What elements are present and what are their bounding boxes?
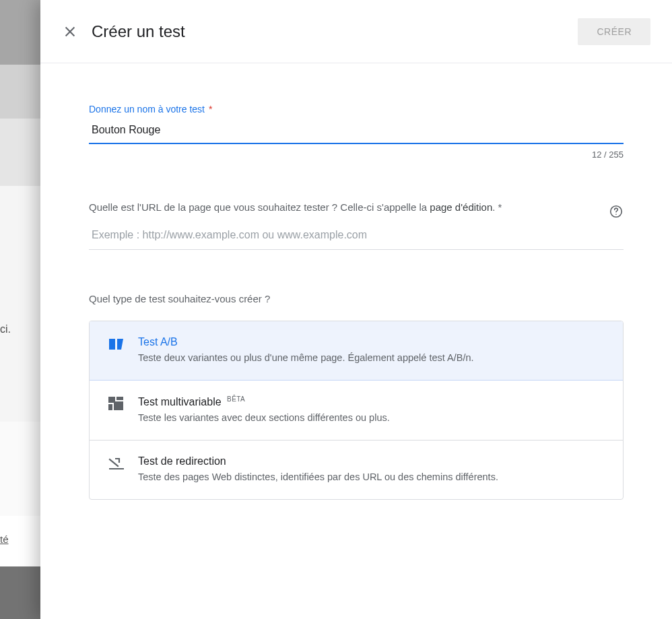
test-type-title: Test A/B bbox=[138, 336, 178, 348]
svg-point-3 bbox=[615, 214, 617, 215]
url-label-before: Quelle est l'URL de la page que vous sou… bbox=[89, 201, 430, 213]
test-type-label: Quel type de test souhaitez-vous créer ? bbox=[89, 293, 624, 304]
ab-test-icon bbox=[108, 336, 138, 351]
panel-title: Créer un test bbox=[92, 22, 578, 41]
test-type-desc: Teste deux variantes ou plus d'une même … bbox=[138, 351, 607, 365]
svg-rect-9 bbox=[114, 401, 123, 410]
url-label-strong: page d'édition bbox=[430, 201, 492, 213]
panel-body: Donnez un nom à votre test * 12 / 255 Qu… bbox=[40, 63, 672, 619]
required-mark: * bbox=[209, 104, 212, 115]
test-type-desc: Teste des pages Web distinctes, identifi… bbox=[138, 470, 607, 484]
create-button[interactable]: CRÉER bbox=[578, 18, 650, 45]
test-type-title: Test multivariable bbox=[138, 396, 222, 408]
svg-rect-4 bbox=[109, 339, 115, 350]
close-icon bbox=[63, 24, 77, 39]
panel-header: Créer un test CRÉER bbox=[40, 0, 672, 63]
test-type-option-ab[interactable]: Test A/B Teste deux variantes ou plus d'… bbox=[89, 321, 624, 381]
test-type-title: Test de redirection bbox=[138, 455, 226, 467]
help-icon[interactable] bbox=[609, 204, 624, 219]
char-count: 12 / 255 bbox=[89, 150, 624, 160]
svg-rect-8 bbox=[108, 404, 112, 410]
test-type-list: Test A/B Teste deux variantes ou plus d'… bbox=[89, 321, 624, 500]
svg-marker-5 bbox=[117, 339, 123, 350]
test-type-option-redirect[interactable]: Test de redirection Teste des pages Web … bbox=[90, 440, 623, 499]
beta-badge: BÊTA bbox=[227, 395, 245, 403]
close-button[interactable] bbox=[57, 18, 83, 45]
bg-text-fragment: té bbox=[0, 533, 9, 545]
test-type-desc: Teste les variantes avec deux sections d… bbox=[138, 411, 607, 425]
test-type-option-multivariate[interactable]: Test multivariable BÊTA Teste les varian… bbox=[90, 380, 623, 440]
multivariate-icon bbox=[108, 395, 138, 410]
test-name-field: Donnez un nom à votre test * 12 / 255 bbox=[89, 104, 624, 160]
editor-url-input[interactable] bbox=[89, 220, 624, 250]
create-test-panel: Créer un test CRÉER Donnez un nom à votr… bbox=[40, 0, 672, 619]
test-name-label-text: Donnez un nom à votre test bbox=[89, 104, 205, 115]
editor-url-label: Quelle est l'URL de la page que vous sou… bbox=[89, 200, 624, 216]
redirect-icon bbox=[108, 455, 138, 470]
svg-rect-7 bbox=[116, 397, 123, 400]
bg-text-fragment: ci. bbox=[0, 323, 11, 335]
editor-url-field: Quelle est l'URL de la page que vous sou… bbox=[89, 200, 624, 250]
test-name-label: Donnez un nom à votre test * bbox=[89, 104, 624, 115]
test-name-input[interactable] bbox=[89, 119, 624, 144]
test-type-section: Quel type de test souhaitez-vous créer ?… bbox=[89, 293, 624, 500]
url-label-after: . * bbox=[492, 201, 502, 213]
